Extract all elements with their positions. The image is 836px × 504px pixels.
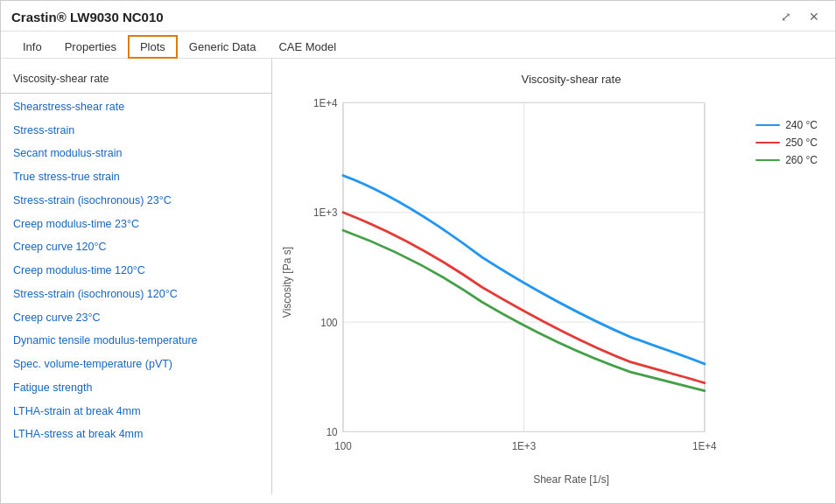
sidebar-item-creep-curve-120[interactable]: Creep curve 120°C: [1, 235, 271, 259]
legend-line-240: [755, 124, 780, 127]
legend-line-250: [755, 142, 780, 144]
window-title: Crastin® LW9030 NC010: [11, 10, 164, 24]
svg-text:1E+4: 1E+4: [313, 97, 338, 110]
svg-text:100: 100: [320, 316, 338, 329]
legend-label-260: 260 °C: [785, 154, 818, 166]
y-axis-label: Viscosity [Pa s]: [281, 247, 293, 318]
sidebar-item-secant-modulus-strain[interactable]: Secant modulus-strain: [1, 142, 271, 165]
legend-line-260: [755, 159, 780, 162]
sidebar-item-viscosity-shear-rate[interactable]: Viscosity-shear rate: [1, 67, 271, 94]
sidebar-item-ltha-strain[interactable]: LTHA-strain at break 4mm: [1, 400, 271, 424]
title-bar: Crastin® LW9030 NC010 ⤢ ✕: [1, 1, 835, 32]
tab-info[interactable]: Info: [11, 35, 53, 59]
sidebar-item-ltha-stress[interactable]: LTHA-stress at break 4mm: [1, 423, 271, 446]
legend-item-240: 240 °C: [755, 119, 818, 131]
sidebar-item-fatigue-strength[interactable]: Fatigue strength: [1, 376, 271, 400]
sidebar-item-dynamic-tensile[interactable]: Dynamic tensile modulus-temperature: [1, 329, 271, 353]
sidebar-item-spec-volume[interactable]: Spec. volume-temperature (pVT): [1, 353, 271, 376]
legend-label-240: 240 °C: [785, 119, 818, 131]
main-content: Viscosity-shear rate Shearstress-shear r…: [1, 59, 835, 494]
tab-generic-data[interactable]: Generic Data: [178, 35, 268, 59]
tab-plots[interactable]: Plots: [128, 35, 178, 59]
sidebar-item-creep-curve-23[interactable]: Creep curve 23°C: [1, 306, 271, 330]
chart-svg-container: 1E+4 1E+3 100 10 100 1E+3 1E+4: [297, 93, 741, 472]
legend-label-250: 250 °C: [785, 136, 818, 149]
svg-text:1E+3: 1E+3: [313, 206, 338, 220]
sidebar-item-creep-modulus-23[interactable]: Creep modulus-time 23°C: [1, 213, 271, 236]
chart-wrapper: Viscosity [Pa s]: [281, 93, 818, 472]
expand-button[interactable]: ⤢: [776, 8, 797, 25]
chart-and-legend: 1E+4 1E+3 100 10 100 1E+3 1E+4: [297, 93, 818, 472]
svg-text:100: 100: [334, 440, 352, 453]
tab-cae-model[interactable]: CAE Model: [267, 35, 348, 59]
legend-item-250: 250 °C: [755, 136, 818, 149]
sidebar-item-shearstress-shear-rate[interactable]: Shearstress-shear rate: [1, 95, 271, 119]
svg-text:1E+3: 1E+3: [512, 440, 537, 453]
tab-properties[interactable]: Properties: [53, 35, 128, 59]
chart-area: Viscosity-shear rate Viscosity [Pa s]: [272, 59, 835, 494]
chart-svg: 1E+4 1E+3 100 10 100 1E+3 1E+4: [297, 93, 741, 472]
window-controls: ⤢ ✕: [776, 8, 825, 25]
legend-item-260: 260 °C: [755, 154, 818, 166]
legend: 240 °C 250 °C 260 °C: [741, 93, 818, 472]
sidebar-item-creep-modulus-120[interactable]: Creep modulus-time 120°C: [1, 259, 271, 283]
sidebar-item-stress-strain[interactable]: Stress-strain: [1, 119, 271, 143]
nav-tabs: Info Properties Plots Generic Data CAE M…: [1, 32, 835, 59]
sidebar-item-stress-strain-iso-120[interactable]: Stress-strain (isochronous) 120°C: [1, 283, 271, 306]
svg-text:1E+4: 1E+4: [692, 440, 717, 453]
sidebar: Viscosity-shear rate Shearstress-shear r…: [1, 59, 272, 494]
sidebar-item-stress-strain-iso-23[interactable]: Stress-strain (isochronous) 23°C: [1, 189, 271, 213]
sidebar-item-true-stress-true-strain[interactable]: True stress-true strain: [1, 165, 271, 189]
x-axis-label: Shear Rate [1/s]: [533, 473, 609, 486]
chart-title: Viscosity-shear rate: [522, 73, 622, 86]
svg-text:10: 10: [327, 426, 338, 439]
close-button[interactable]: ✕: [804, 8, 825, 25]
